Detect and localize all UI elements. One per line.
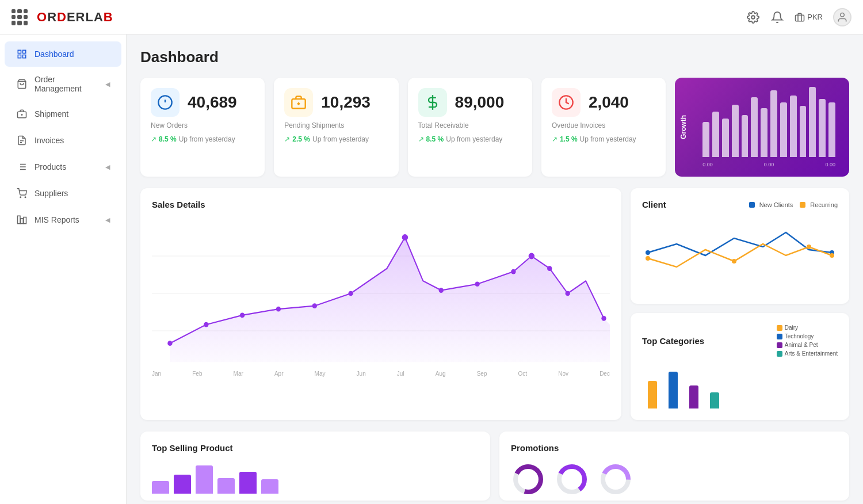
receivable-number: 89,000 [455,93,505,112]
page-title: Dashboard [140,48,849,66]
svg-point-49 [646,250,650,255]
header-left: ORDERLAB [12,9,113,25]
overdue-icon-box [552,88,581,117]
dairy-bar [648,381,657,408]
notifications-icon[interactable] [770,10,784,24]
receivable-icon-box [418,88,447,117]
top-categories-card: Top Categories Dairy Technology [631,313,849,420]
technology-label: Technology [785,333,814,339]
ts-bar-5 [239,472,257,494]
new-orders-label: New Orders [151,121,254,129]
categories-bars [642,362,838,408]
right-charts: Client New Clients Recurring [631,188,849,420]
promotions-content [511,462,838,497]
legend-recurring: Recurring [800,201,838,208]
recurring-label: Recurring [810,201,838,208]
stat-card-overdue: 2,040 Overdue Invoices ↗ 1.5 % Up from y… [541,78,666,177]
top-header: ORDERLAB PKR [0,0,863,35]
client-chart-svg [642,215,838,290]
sales-chart-svg [152,219,610,368]
sidebar-label-mis-reports: MIS Reports [35,215,79,224]
pending-icon-box [284,88,313,117]
arts-label: Arts & Entertainment [785,350,838,357]
svg-point-36 [204,322,208,327]
sidebar-label-shipment: Shipment [35,109,68,119]
new-orders-icon-box [151,88,180,117]
growth-x-labels: 0.000.000.00 [684,162,840,167]
sidebar-item-suppliers[interactable]: Suppliers [5,181,121,206]
new-clients-label: New Clients [759,201,793,208]
top-selling-card: Top Selling Product [140,432,490,501]
sidebar-item-products[interactable]: Products ◀ [5,154,121,180]
svg-point-40 [348,291,353,296]
main-layout: Dashboard Order Management ◀ Shipment In… [0,35,863,504]
svg-point-35 [167,341,172,346]
reports-icon [16,214,28,226]
overdue-label: Overdue Invoices [552,121,655,129]
chevron-icon-reports: ◀ [105,216,110,224]
sales-x-axis: JanFebMarAprMayJunJulAugSepOctNovDec [152,368,610,379]
svg-point-41 [402,234,408,240]
sidebar-label-products: Products [35,162,66,171]
sidebar-item-invoices[interactable]: Invoices [5,128,121,153]
svg-point-47 [565,291,570,296]
new-orders-trend: ↗ 8.5 % Up from yesterday [151,135,254,143]
new-clients-dot [749,202,755,208]
ts-bar-3 [196,465,213,494]
sidebar-item-dashboard[interactable]: Dashboard [5,41,121,67]
svg-rect-21 [18,216,21,224]
svg-point-0 [752,16,755,19]
client-card: Client New Clients Recurring [631,188,849,304]
svg-point-54 [830,253,834,258]
ts-bar-4 [217,478,235,494]
svg-point-19 [20,197,21,198]
ts-bar-2 [174,475,191,494]
sidebar-label-suppliers: Suppliers [35,189,68,198]
sidebar-item-mis-reports[interactable]: MIS Reports ◀ [5,207,121,232]
animal-pet-bar [689,385,698,408]
receivable-trend: ↗ 8.5 % Up from yesterday [418,135,522,143]
legend-arts-entertainment: Arts & Entertainment [777,350,838,357]
top-selling-bars [152,462,479,494]
grid-icon[interactable] [12,9,28,25]
svg-point-38 [276,307,281,312]
svg-point-42 [439,288,444,293]
charts-row: Sales Details [140,188,849,420]
svg-point-20 [25,197,26,198]
svg-rect-23 [24,217,26,224]
client-legend: New Clients Recurring [749,201,838,208]
dairy-label: Dairy [785,324,798,331]
growth-bars [684,87,840,162]
animal-pet-label: Animal & Pet [785,342,818,348]
promotions-donut-1 [511,462,545,497]
dashboard-icon [16,48,28,60]
shipment-icon [16,108,28,120]
sidebar-item-shipment[interactable]: Shipment [5,101,121,127]
new-orders-number: 40,689 [188,93,237,112]
svg-point-2 [841,13,845,17]
ts-bar-6 [261,479,278,494]
legend-new-clients: New Clients [749,201,793,208]
sales-chart-area [152,219,610,368]
svg-rect-5 [18,55,21,58]
promotions-card: Promotions [499,432,849,501]
svg-point-43 [475,281,479,287]
currency-badge[interactable]: PKR [795,12,823,22]
stat-card-new-orders: 40,689 New Orders ↗ 8.5 % Up from yester… [140,78,265,177]
sidebar-item-order-management[interactable]: Order Management ◀ [5,68,121,100]
technology-bar [669,372,678,408]
sidebar-label-dashboard: Dashboard [35,49,74,59]
promotions-donut-2 [555,462,589,497]
client-title: Client [642,200,666,209]
client-header: Client New Clients Recurring [642,200,838,209]
categories-legend: Dairy Technology Animal & Pet [777,324,838,357]
svg-point-48 [601,316,606,321]
chevron-icon-products: ◀ [105,163,110,171]
legend-animal-pet: Animal & Pet [777,342,838,348]
content-area: Dashboard 40,689 New Orders ↗ 8.5 % Up f… [127,35,863,504]
pending-trend: ↗ 2.5 % Up from yesterday [284,135,388,143]
sidebar-label-order-management: Order Management [35,75,98,93]
avatar[interactable] [833,8,851,26]
promotions-donut-3 [598,462,633,497]
settings-icon[interactable] [746,10,760,24]
